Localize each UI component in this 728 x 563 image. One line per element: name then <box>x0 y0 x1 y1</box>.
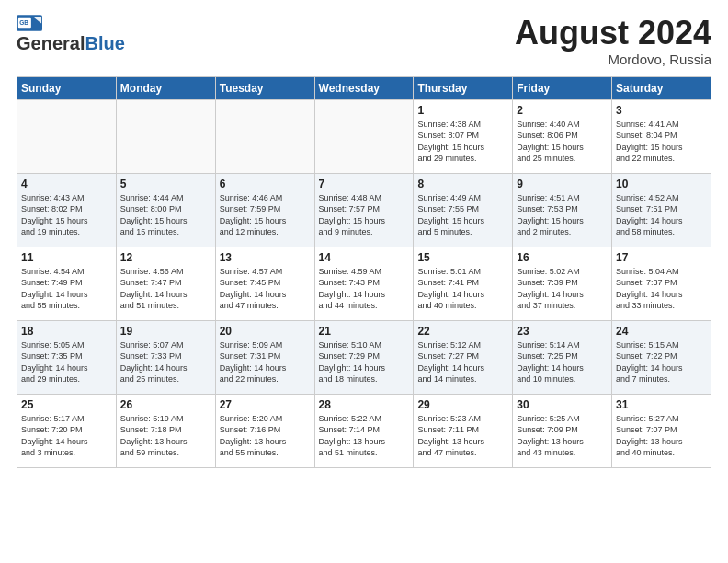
day-info: Sunrise: 4:51 AM Sunset: 7:53 PM Dayligh… <box>517 192 608 238</box>
day-number: 15 <box>417 251 508 264</box>
title-block: August 2024 Mordovo, Russia <box>515 15 711 67</box>
day-info: Sunrise: 4:41 AM Sunset: 8:04 PM Dayligh… <box>616 119 707 165</box>
calendar-table: Sunday Monday Tuesday Wednesday Thursday… <box>17 76 711 468</box>
day-number: 9 <box>517 178 608 190</box>
day-info: Sunrise: 4:43 AM Sunset: 8:02 PM Dayligh… <box>21 192 112 238</box>
col-friday: Friday <box>513 76 612 99</box>
calendar-week-row: 4Sunrise: 4:43 AM Sunset: 8:02 PM Daylig… <box>17 173 711 247</box>
table-row: 15Sunrise: 5:01 AM Sunset: 7:41 PM Dayli… <box>414 247 513 320</box>
day-info: Sunrise: 4:59 AM Sunset: 7:43 PM Dayligh… <box>319 266 410 312</box>
table-row: 17Sunrise: 5:04 AM Sunset: 7:37 PM Dayli… <box>612 247 711 320</box>
day-info: Sunrise: 4:52 AM Sunset: 7:51 PM Dayligh… <box>616 192 707 238</box>
col-wednesday: Wednesday <box>314 76 414 99</box>
day-number: 8 <box>417 178 508 190</box>
day-number: 29 <box>417 398 508 411</box>
day-number: 10 <box>616 178 707 190</box>
day-number: 5 <box>120 178 211 190</box>
day-number: 26 <box>120 398 211 411</box>
day-number: 28 <box>319 398 410 411</box>
calendar-page: GB General Blue August 2024 Mordovo, Rus… <box>0 0 728 563</box>
table-row: 8Sunrise: 4:49 AM Sunset: 7:55 PM Daylig… <box>414 173 513 247</box>
day-number: 22 <box>417 325 508 338</box>
table-row: 31Sunrise: 5:27 AM Sunset: 7:07 PM Dayli… <box>612 394 711 467</box>
day-number: 18 <box>21 325 112 338</box>
day-number: 12 <box>120 251 211 264</box>
table-row <box>17 99 117 173</box>
month-title: August 2024 <box>515 15 711 52</box>
logo-blue: Blue <box>85 33 124 54</box>
logo-general: General <box>17 33 85 54</box>
table-row: 26Sunrise: 5:19 AM Sunset: 7:18 PM Dayli… <box>116 394 215 467</box>
col-sunday: Sunday <box>17 76 117 99</box>
table-row: 4Sunrise: 4:43 AM Sunset: 8:02 PM Daylig… <box>17 173 117 247</box>
day-info: Sunrise: 5:22 AM Sunset: 7:14 PM Dayligh… <box>319 413 410 459</box>
calendar-week-row: 18Sunrise: 5:05 AM Sunset: 7:35 PM Dayli… <box>17 320 711 394</box>
table-row: 27Sunrise: 5:20 AM Sunset: 7:16 PM Dayli… <box>215 394 314 467</box>
table-row: 13Sunrise: 4:57 AM Sunset: 7:45 PM Dayli… <box>215 247 314 320</box>
table-row: 23Sunrise: 5:14 AM Sunset: 7:25 PM Dayli… <box>513 320 612 394</box>
day-number: 14 <box>319 251 410 264</box>
table-row: 6Sunrise: 4:46 AM Sunset: 7:59 PM Daylig… <box>215 173 314 247</box>
calendar-week-row: 1Sunrise: 4:38 AM Sunset: 8:07 PM Daylig… <box>17 99 711 173</box>
day-info: Sunrise: 4:38 AM Sunset: 8:07 PM Dayligh… <box>417 119 508 165</box>
day-info: Sunrise: 5:04 AM Sunset: 7:37 PM Dayligh… <box>616 266 707 312</box>
table-row: 3Sunrise: 4:41 AM Sunset: 8:04 PM Daylig… <box>612 99 711 173</box>
table-row: 16Sunrise: 5:02 AM Sunset: 7:39 PM Dayli… <box>513 247 612 320</box>
day-number: 17 <box>616 251 707 264</box>
day-info: Sunrise: 4:44 AM Sunset: 8:00 PM Dayligh… <box>120 192 211 238</box>
day-info: Sunrise: 5:05 AM Sunset: 7:35 PM Dayligh… <box>21 339 112 385</box>
day-info: Sunrise: 5:12 AM Sunset: 7:27 PM Dayligh… <box>417 339 508 385</box>
table-row: 20Sunrise: 5:09 AM Sunset: 7:31 PM Dayli… <box>215 320 314 394</box>
day-info: Sunrise: 5:25 AM Sunset: 7:09 PM Dayligh… <box>517 413 608 459</box>
day-number: 7 <box>319 178 410 190</box>
day-number: 2 <box>517 104 608 117</box>
calendar-header-row: Sunday Monday Tuesday Wednesday Thursday… <box>17 76 711 99</box>
day-info: Sunrise: 5:27 AM Sunset: 7:07 PM Dayligh… <box>616 413 707 459</box>
day-number: 13 <box>220 251 311 264</box>
col-tuesday: Tuesday <box>215 76 314 99</box>
day-info: Sunrise: 5:14 AM Sunset: 7:25 PM Dayligh… <box>517 339 608 385</box>
day-info: Sunrise: 4:54 AM Sunset: 7:49 PM Dayligh… <box>21 266 112 312</box>
table-row: 19Sunrise: 5:07 AM Sunset: 7:33 PM Dayli… <box>116 320 215 394</box>
table-row: 10Sunrise: 4:52 AM Sunset: 7:51 PM Dayli… <box>612 173 711 247</box>
day-number: 1 <box>417 104 508 117</box>
table-row: 1Sunrise: 4:38 AM Sunset: 8:07 PM Daylig… <box>414 99 513 173</box>
table-row: 18Sunrise: 5:05 AM Sunset: 7:35 PM Dayli… <box>17 320 117 394</box>
day-number: 6 <box>220 178 311 190</box>
day-info: Sunrise: 5:17 AM Sunset: 7:20 PM Dayligh… <box>21 413 112 459</box>
day-info: Sunrise: 4:46 AM Sunset: 7:59 PM Dayligh… <box>220 192 311 238</box>
logo: GB General Blue <box>17 15 125 54</box>
day-number: 16 <box>517 251 608 264</box>
table-row: 22Sunrise: 5:12 AM Sunset: 7:27 PM Dayli… <box>414 320 513 394</box>
day-info: Sunrise: 4:57 AM Sunset: 7:45 PM Dayligh… <box>220 266 311 312</box>
table-row: 21Sunrise: 5:10 AM Sunset: 7:29 PM Dayli… <box>314 320 414 394</box>
col-saturday: Saturday <box>612 76 711 99</box>
day-number: 24 <box>616 325 707 338</box>
table-row: 9Sunrise: 4:51 AM Sunset: 7:53 PM Daylig… <box>513 173 612 247</box>
day-info: Sunrise: 5:09 AM Sunset: 7:31 PM Dayligh… <box>220 339 311 385</box>
table-row: 30Sunrise: 5:25 AM Sunset: 7:09 PM Dayli… <box>513 394 612 467</box>
day-info: Sunrise: 4:48 AM Sunset: 7:57 PM Dayligh… <box>319 192 410 238</box>
table-row: 2Sunrise: 4:40 AM Sunset: 8:06 PM Daylig… <box>513 99 612 173</box>
table-row <box>215 99 314 173</box>
day-info: Sunrise: 4:49 AM Sunset: 7:55 PM Dayligh… <box>417 192 508 238</box>
day-info: Sunrise: 5:23 AM Sunset: 7:11 PM Dayligh… <box>417 413 508 459</box>
calendar-week-row: 25Sunrise: 5:17 AM Sunset: 7:20 PM Dayli… <box>17 394 711 467</box>
day-number: 31 <box>616 398 707 411</box>
day-info: Sunrise: 5:10 AM Sunset: 7:29 PM Dayligh… <box>319 339 410 385</box>
svg-text:GB: GB <box>19 19 28 26</box>
day-info: Sunrise: 4:40 AM Sunset: 8:06 PM Dayligh… <box>517 119 608 165</box>
day-number: 27 <box>220 398 311 411</box>
day-info: Sunrise: 5:07 AM Sunset: 7:33 PM Dayligh… <box>120 339 211 385</box>
day-number: 20 <box>220 325 311 338</box>
table-row: 11Sunrise: 4:54 AM Sunset: 7:49 PM Dayli… <box>17 247 117 320</box>
table-row: 12Sunrise: 4:56 AM Sunset: 7:47 PM Dayli… <box>116 247 215 320</box>
location: Mordovo, Russia <box>515 52 711 67</box>
table-row: 7Sunrise: 4:48 AM Sunset: 7:57 PM Daylig… <box>314 173 414 247</box>
table-row: 24Sunrise: 5:15 AM Sunset: 7:22 PM Dayli… <box>612 320 711 394</box>
day-info: Sunrise: 5:19 AM Sunset: 7:18 PM Dayligh… <box>120 413 211 459</box>
table-row: 14Sunrise: 4:59 AM Sunset: 7:43 PM Dayli… <box>314 247 414 320</box>
day-info: Sunrise: 4:56 AM Sunset: 7:47 PM Dayligh… <box>120 266 211 312</box>
day-number: 3 <box>616 104 707 117</box>
header: GB General Blue August 2024 Mordovo, Rus… <box>17 15 711 67</box>
